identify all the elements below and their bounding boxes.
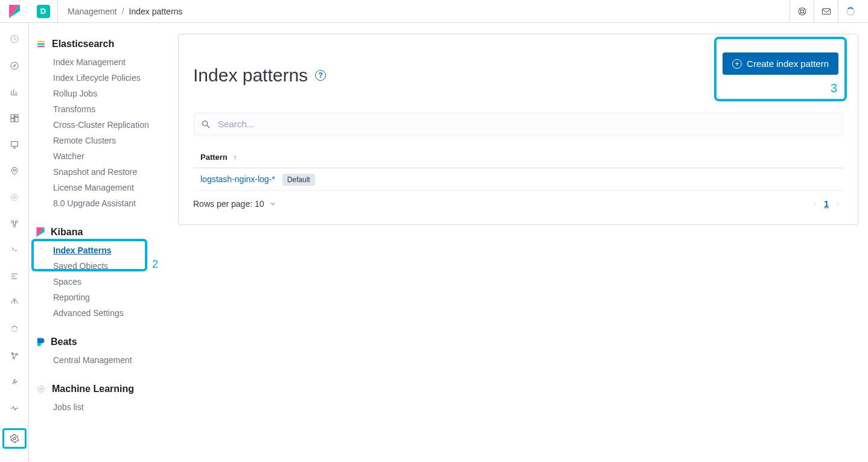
mgmt-item-saved-objects[interactable]: Saved Objects xyxy=(29,258,164,274)
svg-rect-13 xyxy=(14,115,18,116)
newsfeed[interactable] xyxy=(814,0,838,23)
mgmt-item-upgrade[interactable]: 8.0 Upgrade Assistant xyxy=(29,195,164,211)
col-header-label: Pattern xyxy=(200,153,228,162)
mgmt-item-index-management[interactable]: Index Management xyxy=(29,54,164,70)
canvas-icon xyxy=(10,140,19,150)
nav-monitoring[interactable] xyxy=(5,402,24,415)
mgmt-item-transforms[interactable]: Transforms xyxy=(29,101,164,117)
header-actions xyxy=(790,0,868,22)
svg-rect-39 xyxy=(37,43,45,45)
svg-rect-40 xyxy=(37,46,45,48)
rows-per-page[interactable]: Rows per page: 10 xyxy=(193,199,276,209)
svg-rect-14 xyxy=(14,118,18,122)
nav-discover[interactable] xyxy=(5,59,24,72)
mgmt-item-advanced-settings[interactable]: Advanced Settings xyxy=(29,305,164,321)
mgmt-item-reporting[interactable]: Reporting xyxy=(29,290,164,305)
chevron-right-icon xyxy=(835,201,841,207)
rpp-label: Rows per page: 10 xyxy=(193,199,264,209)
section-beats: Beats xyxy=(29,334,164,350)
svg-line-5 xyxy=(803,13,805,14)
mgmt-item-central-management[interactable]: Central Management xyxy=(29,352,164,368)
nav-visualize[interactable] xyxy=(5,85,24,98)
nav-graph[interactable] xyxy=(5,349,24,362)
nav-ml[interactable] xyxy=(5,191,24,204)
metrics-icon xyxy=(10,219,19,229)
sort-asc-icon: ↑ xyxy=(233,153,237,162)
svg-line-7 xyxy=(799,13,801,14)
index-patterns-panel: Index patterns ? + Create index pattern … xyxy=(178,34,858,225)
nav-management[interactable] xyxy=(2,428,27,449)
siem-icon xyxy=(10,324,19,334)
help-icon[interactable]: ? xyxy=(315,70,326,81)
ml-section-icon xyxy=(36,384,46,394)
mgmt-item-remote-clusters[interactable]: Remote Clusters xyxy=(29,133,164,148)
page-title-wrap: Index patterns ? xyxy=(193,65,326,86)
mgmt-item-spaces[interactable]: Spaces xyxy=(29,274,164,290)
svg-rect-16 xyxy=(11,141,18,146)
search-input[interactable] xyxy=(218,119,835,129)
mgmt-item-snapshot[interactable]: Snapshot and Restore xyxy=(29,164,164,180)
default-badge: Default xyxy=(282,174,315,186)
pattern-link[interactable]: logstash-nginx-log-* xyxy=(200,174,275,184)
page-prev[interactable] xyxy=(812,201,818,207)
nav-dashboard[interactable] xyxy=(5,112,24,125)
nav-recent[interactable] xyxy=(5,33,24,46)
global-nav: 1 xyxy=(0,23,29,462)
mgmt-item-index-patterns[interactable]: Index Patterns xyxy=(29,242,164,258)
mgmt-item-jobs-list[interactable]: Jobs list xyxy=(29,399,164,415)
lifesaver-icon xyxy=(797,7,807,16)
chart-icon xyxy=(10,87,19,97)
svg-point-19 xyxy=(13,169,15,171)
management-sidebar: Elasticsearch Index Management Index Lif… xyxy=(29,23,168,462)
svg-point-45 xyxy=(38,386,45,393)
svg-rect-8 xyxy=(822,8,830,14)
svg-point-20 xyxy=(13,196,16,198)
callout-2: 2 xyxy=(152,258,158,271)
kibana-items: Index Patterns Saved Objects Spaces Repo… xyxy=(29,240,164,329)
kibana-logo[interactable] xyxy=(0,0,29,23)
help-menu[interactable] xyxy=(790,0,814,23)
nav-maps[interactable] xyxy=(5,165,24,178)
breadcrumb-parent[interactable]: Management xyxy=(68,7,117,16)
create-button-label: Create index pattern xyxy=(747,59,829,69)
mgmt-item-license[interactable]: License Management xyxy=(29,180,164,195)
nav-siem[interactable] xyxy=(5,323,24,336)
mgmt-item-ccr[interactable]: Cross-Cluster Replication xyxy=(29,117,164,133)
kibana-logo-icon xyxy=(9,5,20,18)
dashboard-icon xyxy=(10,113,19,123)
plus-circle-icon: + xyxy=(732,59,742,69)
page-next[interactable] xyxy=(835,201,841,207)
create-index-pattern-button[interactable]: + Create index pattern xyxy=(723,52,838,75)
col-header-pattern[interactable]: Pattern ↑ xyxy=(193,147,843,168)
section-title: Elasticsearch xyxy=(52,39,114,49)
mail-icon xyxy=(822,7,831,16)
nav-canvas[interactable] xyxy=(5,138,24,151)
callout-box-3: + Create index pattern 3 xyxy=(714,37,847,101)
svg-rect-12 xyxy=(11,115,14,118)
svg-rect-43 xyxy=(37,343,41,346)
nav-devtools[interactable] xyxy=(5,376,24,389)
mgmt-item-rollup[interactable]: Rollup Jobs xyxy=(29,86,164,101)
svg-point-24 xyxy=(13,224,16,227)
svg-line-26 xyxy=(14,223,15,224)
svg-point-37 xyxy=(13,437,16,440)
mgmt-item-ilm[interactable]: Index Lifecycle Policies xyxy=(29,70,164,86)
nav-infra[interactable] xyxy=(5,217,24,230)
nav-apm[interactable] xyxy=(5,270,24,283)
svg-point-3 xyxy=(800,10,803,13)
space-selector[interactable]: D xyxy=(29,0,58,23)
chevron-down-icon xyxy=(269,200,276,207)
wrench-icon xyxy=(10,377,19,387)
elasticsearch-items: Index Management Index Lifecycle Policie… xyxy=(29,52,164,220)
clock-icon xyxy=(10,34,19,44)
page-title: Index patterns xyxy=(193,65,308,86)
nav-logs[interactable] xyxy=(5,244,24,257)
compass-icon xyxy=(10,61,19,71)
page-1[interactable]: 1 xyxy=(824,199,829,209)
search-field[interactable] xyxy=(193,112,843,136)
panel-header: Index patterns ? + Create index pattern … xyxy=(193,49,843,101)
nav-uptime[interactable] xyxy=(5,296,24,309)
mgmt-item-watcher[interactable]: Watcher xyxy=(29,148,164,164)
ml-items: Jobs list xyxy=(29,397,164,423)
beats-items: Central Management xyxy=(29,350,164,376)
